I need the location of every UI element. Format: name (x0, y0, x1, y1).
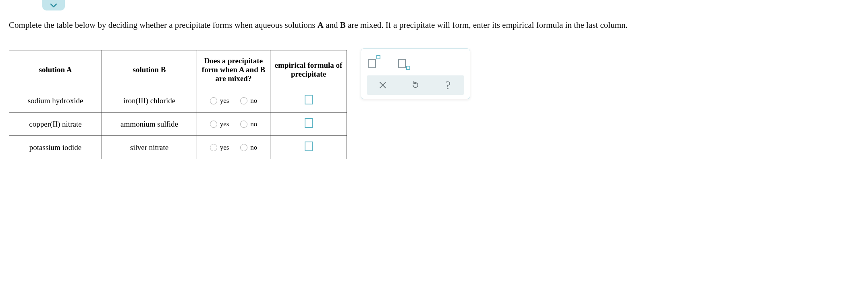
box-icon (398, 59, 406, 68)
table-row: copper(II) nitrate ammonium sulfide yes … (9, 112, 347, 136)
instructions-text: Complete the table below by deciding whe… (9, 0, 859, 31)
reset-icon (411, 80, 420, 90)
table-row: sodium hydroxide iron(III) chloride yes … (9, 89, 347, 112)
radio-no[interactable]: no (240, 120, 257, 128)
formula-input[interactable] (305, 142, 313, 151)
cell-solution-a: potassium iodide (9, 136, 102, 159)
chevron-down-icon (50, 3, 57, 8)
radio-icon (210, 121, 217, 128)
radio-icon (240, 121, 247, 128)
help-button[interactable]: ? (441, 78, 455, 92)
cell-solution-a: sodium hydroxide (9, 89, 102, 112)
radio-icon (240, 97, 247, 104)
collapse-toggle[interactable] (42, 0, 65, 10)
header-formula: empirical formula of precipitate (270, 50, 347, 89)
formula-input[interactable] (305, 118, 313, 128)
precipitate-table: solution A solution B Does a precipitate… (9, 50, 347, 159)
radio-yes[interactable]: yes (210, 144, 229, 152)
radio-yes[interactable]: yes (210, 120, 229, 128)
cell-solution-b: iron(III) chloride (102, 89, 197, 112)
box-icon (368, 59, 376, 68)
table-row: potassium iodide silver nitrate yes no (9, 136, 347, 159)
radio-no[interactable]: no (240, 144, 257, 152)
superscript-button[interactable] (368, 57, 380, 68)
header-solution-b: solution B (102, 50, 197, 89)
close-icon (379, 81, 387, 89)
header-solution-a: solution A (9, 50, 102, 89)
cell-solution-b: silver nitrate (102, 136, 197, 159)
radio-icon (240, 144, 247, 151)
formula-input[interactable] (305, 95, 313, 104)
subscript-button[interactable] (398, 57, 409, 68)
clear-button[interactable] (376, 78, 390, 92)
box-icon (406, 66, 410, 70)
radio-yes[interactable]: yes (210, 97, 229, 105)
radio-icon (210, 144, 217, 151)
cell-solution-a: copper(II) nitrate (9, 112, 102, 136)
cell-solution-b: ammonium sulfide (102, 112, 197, 136)
radio-no[interactable]: no (240, 97, 257, 105)
box-icon (376, 55, 380, 59)
reset-button[interactable] (409, 78, 422, 92)
radio-icon (210, 97, 217, 104)
header-precipitate: Does a precipitate form when A and B are… (197, 50, 270, 89)
input-keypad: ? (361, 48, 470, 99)
